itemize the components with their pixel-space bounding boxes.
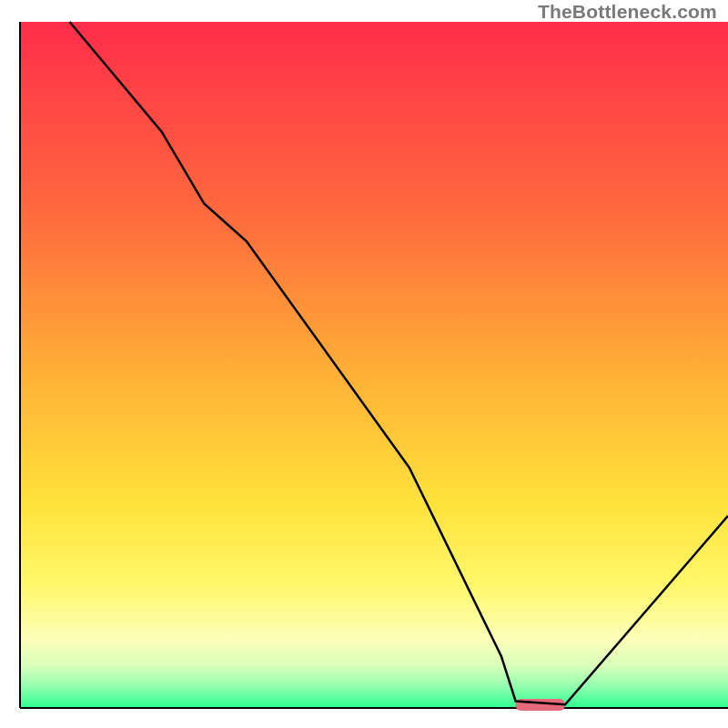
bottleneck-chart	[0, 0, 728, 728]
plot-background	[20, 22, 728, 708]
watermark-text: TheBottleneck.com	[538, 1, 717, 23]
